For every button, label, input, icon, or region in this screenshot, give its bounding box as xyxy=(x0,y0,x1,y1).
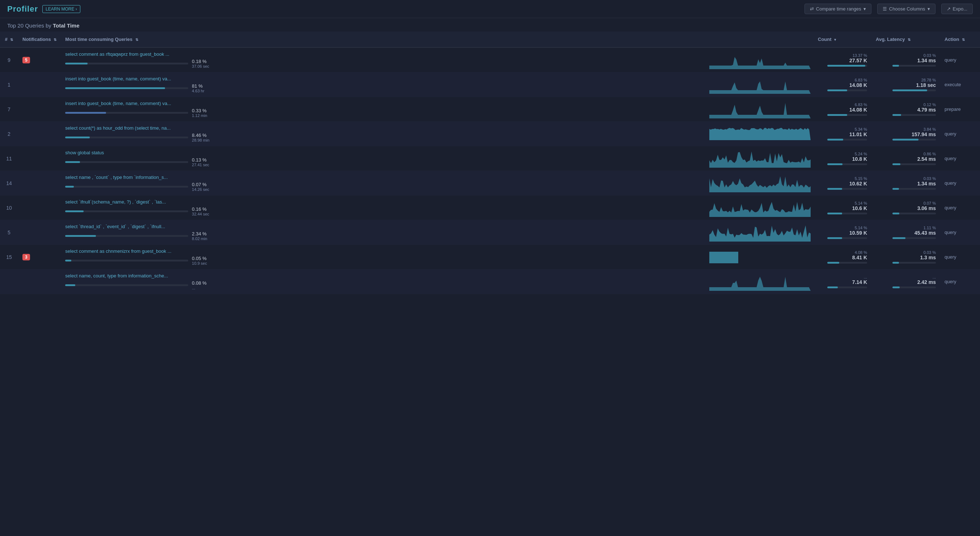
count-bar-bg xyxy=(827,65,867,67)
latency-inner: 0.03 % 1.34 ms xyxy=(876,53,936,67)
count-value: 14.08 K xyxy=(850,107,867,113)
row-number: 11 xyxy=(0,146,18,171)
query-link[interactable]: select count(*) as hour_odd from (select… xyxy=(65,125,203,131)
latency-inner: 0.86 % 2.54 ms xyxy=(876,152,936,165)
count-bar-fill xyxy=(827,89,847,91)
col-header-spark xyxy=(706,32,813,48)
export-label: Expo... xyxy=(953,6,967,11)
count-pct: 6.83 % xyxy=(855,102,867,107)
compare-icon: ⇄ xyxy=(810,6,814,11)
columns-chevron-icon: ▾ xyxy=(928,6,930,11)
query-link[interactable]: select `thread_id` , `event_id` , `diges… xyxy=(65,224,203,229)
sparkline-cell xyxy=(706,48,813,72)
sparkline-cell xyxy=(706,122,813,146)
choose-columns-button[interactable]: ☰ Choose Columns ▾ xyxy=(877,4,935,14)
col-header-count[interactable]: Count ▾ xyxy=(813,32,872,48)
query-link[interactable]: insert into guest_book (time, name, comm… xyxy=(65,76,203,81)
query-bar-fill xyxy=(65,211,84,212)
queries-table: # ⇅ Notifications ⇅ Most time consuming … xyxy=(0,32,980,294)
latency-bar-bg xyxy=(892,237,936,239)
col-header-query[interactable]: Most time consuming Queries ⇅ xyxy=(61,32,706,48)
col-header-latency[interactable]: Avg. Latency ⇅ xyxy=(872,32,940,48)
query-link[interactable]: select comment as chnmenizrx from guest_… xyxy=(65,249,203,254)
query-link[interactable]: select `ifnull`(schema_name, ?) , `diges… xyxy=(65,199,203,205)
latency-bar-fill xyxy=(892,188,899,190)
count-cell: 5.14 % 10.6 K xyxy=(813,196,872,220)
query-cell[interactable]: select `thread_id` , `event_id` , `diges… xyxy=(61,220,706,245)
query-cell[interactable]: show global status 0.13 % 27.41 sec xyxy=(61,146,706,171)
latency-bar-bg xyxy=(892,262,936,264)
query-time-label: 37.06 sec xyxy=(192,64,209,69)
sparkline-cell xyxy=(706,196,813,220)
query-link[interactable]: select name , `count` , type from `infor… xyxy=(65,175,203,180)
query-bar-container: 81 % 4.63 hr xyxy=(65,83,702,93)
latency-cell: 3.84 % 157.94 ms xyxy=(872,122,940,146)
latency-bar-fill xyxy=(892,89,927,91)
export-button[interactable]: ↗ Expo... xyxy=(941,4,973,14)
col-header-action[interactable]: Action ⇅ xyxy=(940,32,980,48)
query-bar-bg xyxy=(65,137,188,138)
latency-cell: 0.86 % 2.54 ms xyxy=(872,146,940,171)
query-link[interactable]: show global status xyxy=(65,150,203,155)
query-cell[interactable]: select comment as rftqaqwprz from guest_… xyxy=(61,48,706,72)
latency-inner: 0.07 % 3.06 ms xyxy=(876,201,936,214)
notifications-cell xyxy=(18,220,61,245)
latency-value: 45.43 ms xyxy=(915,230,936,236)
query-cell[interactable]: select count(*) as hour_odd from (select… xyxy=(61,122,706,146)
compare-chevron-icon: ▾ xyxy=(864,6,866,11)
count-value: 7.14 K xyxy=(852,279,867,285)
notification-badge: 3 xyxy=(22,254,30,260)
action-cell: query xyxy=(940,220,980,245)
learn-more-link[interactable]: LEARN MORE › xyxy=(42,5,80,13)
row-number: 14 xyxy=(0,171,18,196)
query-bar-container: 8.46 % 28.98 min xyxy=(65,132,702,142)
latency-cell: 0.03 % 1.34 ms xyxy=(872,48,940,72)
query-bar-container: 0.33 % 1.12 min xyxy=(65,108,702,118)
query-link[interactable]: select name, count, type from informatio… xyxy=(65,273,203,279)
row-number: 5 xyxy=(0,220,18,245)
query-cell[interactable]: select `ifnull`(schema_name, ?) , `diges… xyxy=(61,196,706,220)
notification-badge: 5 xyxy=(22,57,30,63)
count-inner: ... 7.14 K xyxy=(818,275,867,288)
count-bar-fill xyxy=(827,163,843,165)
count-bar-bg xyxy=(827,188,867,190)
col-header-num[interactable]: # ⇅ xyxy=(0,32,18,48)
query-cell[interactable]: insert into guest_book (time, name, comm… xyxy=(61,72,706,97)
query-time-label: 27.41 sec xyxy=(192,163,209,167)
query-bar-bg xyxy=(65,87,188,89)
brand-logo: Profiler xyxy=(7,4,38,14)
query-cell[interactable]: select name , `count` , type from `infor… xyxy=(61,171,706,196)
col-header-notifications[interactable]: Notifications ⇅ xyxy=(18,32,61,48)
table-container: # ⇅ Notifications ⇅ Most time consuming … xyxy=(0,32,980,528)
compare-time-button[interactable]: ⇄ Compare time ranges ▾ xyxy=(805,4,872,14)
latency-cell: 0.03 % 1.3 ms xyxy=(872,245,940,270)
query-bar-fill xyxy=(65,186,74,188)
sparkline-cell xyxy=(706,72,813,97)
query-cell[interactable]: select comment as chnmenizrx from guest_… xyxy=(61,245,706,270)
query-cell[interactable]: select name, count, type from informatio… xyxy=(61,270,706,294)
query-pct-label: 0.18 % xyxy=(192,59,209,64)
query-cell[interactable]: insert into guest_book (time, name, comm… xyxy=(61,97,706,122)
count-bar-fill xyxy=(827,114,847,116)
latency-value: 2.42 ms xyxy=(917,279,936,285)
latency-cell: 28.78 % 1.18 sec xyxy=(872,72,940,97)
latency-cell: 0.03 % 1.34 ms xyxy=(872,171,940,196)
count-value: 8.41 K xyxy=(852,255,867,260)
action-cell: query xyxy=(940,196,980,220)
query-bar-fill xyxy=(65,137,90,138)
count-cell: 6.83 % 14.08 K xyxy=(813,97,872,122)
query-link[interactable]: select comment as rftqaqwprz from guest_… xyxy=(65,51,203,57)
svg-rect-0 xyxy=(709,252,738,263)
count-bar-fill xyxy=(827,212,842,214)
query-link[interactable]: insert into guest_book (time, name, comm… xyxy=(65,100,203,106)
table-row: 5 select `thread_id` , `event_id` , `dig… xyxy=(0,220,980,245)
count-bar-fill xyxy=(827,237,842,239)
count-bar-fill xyxy=(827,188,842,190)
count-inner: 5.24 % 10.8 K xyxy=(818,152,867,165)
latency-bar-bg xyxy=(892,65,936,67)
count-bar-bg xyxy=(827,139,867,140)
query-pct-label: 0.05 % xyxy=(192,256,207,261)
latency-value: 4.79 ms xyxy=(917,107,936,113)
columns-icon: ☰ xyxy=(883,6,887,11)
latency-bar-bg xyxy=(892,188,936,190)
